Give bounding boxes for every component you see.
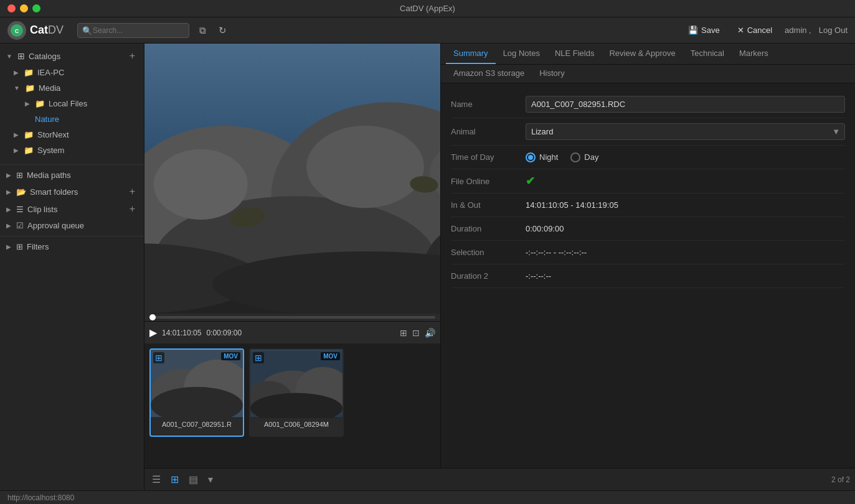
svg-text:C: C	[15, 28, 19, 34]
radio-day[interactable]: Day	[570, 152, 598, 162]
logo-text: CatDV	[30, 24, 64, 37]
add-smart-folder-button[interactable]: +	[127, 186, 138, 197]
sidebar: ▼ ⊞ Catalogs + ▶ 📁 IEA-PC ▼ 📁 Media ▶ 📁 …	[0, 44, 144, 490]
progress-thumb	[149, 314, 156, 320]
system-icon: 📁	[24, 146, 34, 155]
clip-2-label: A001_C006_08294M	[250, 418, 342, 431]
video-frame	[144, 44, 440, 314]
sidebar-item-media[interactable]: ▼ 📁 Media	[0, 80, 144, 96]
tab-technical[interactable]: Technical	[683, 44, 732, 64]
name-input[interactable]	[526, 96, 845, 113]
tab-markers[interactable]: Markers	[732, 44, 776, 64]
tab-log-notes[interactable]: Log Notes	[496, 44, 547, 64]
clip-1-label: A001_C007_082951.R	[151, 418, 243, 431]
play-button[interactable]: ▶	[149, 327, 157, 338]
local-files-icon: 📁	[35, 99, 45, 108]
sidebar-item-local-files[interactable]: ▶ 📁 Local Files	[0, 96, 144, 111]
thumbnail-view-button[interactable]: ⊞	[400, 328, 407, 338]
form-row-file-online: File Online ✔	[451, 169, 845, 194]
file-online-check: ✔	[526, 174, 535, 188]
animal-select[interactable]: Lizard Bird Fish Mammal	[526, 123, 845, 140]
clip-thumb-2[interactable]: ⊞ MOV A001_C006_08294M	[249, 348, 344, 437]
logo-area: C CatDV	[7, 21, 64, 40]
grid-view-button[interactable]: ⊡	[412, 328, 420, 338]
dropdown-button[interactable]: ▾	[205, 471, 215, 488]
clip-1-badge: MOV	[221, 352, 240, 360]
catalogs-section: ▼ ⊞ Catalogs + ▶ 📁 IEA-PC ▼ 📁 Media ▶ 📁 …	[0, 44, 144, 162]
refresh-button[interactable]: ↻	[216, 22, 229, 39]
equalizer-button[interactable]: ⧉	[197, 22, 209, 39]
clip-1-grid-icon: ⊞	[153, 352, 164, 363]
detail-panel: Summary Log Notes NLE Fields Review & Ap…	[441, 44, 855, 468]
sidebar-clip-lists[interactable]: ▶ ☰ Clip lists +	[0, 200, 144, 218]
stornext-icon: 📁	[24, 130, 34, 139]
clip-2-badge: MOV	[321, 352, 340, 360]
clip-thumb-1[interactable]: ⊞ MOV A001_C007_082951.R	[149, 348, 244, 437]
duration2-label: Duration 2	[451, 271, 526, 281]
window-title: CatDV (AppEx)	[400, 4, 455, 13]
cancel-button[interactable]: ✕ Cancel	[732, 23, 777, 37]
sidebar-filters[interactable]: ▶ ⊞ Filters	[0, 239, 144, 254]
radio-day-label: Day	[584, 152, 598, 162]
clip-2-grid-icon: ⊞	[253, 352, 264, 363]
close-button[interactable]	[7, 4, 16, 12]
video-panel: ▶ 14:01:10:05 0:00:09:00 ⊞ ⊡ 🔊	[144, 44, 441, 468]
radio-day-circle	[570, 152, 580, 162]
form-content: Name Animal Lizard Bird Fish Mammal	[441, 83, 855, 468]
tab-review-approve[interactable]: Review & Approve	[602, 44, 683, 64]
media-paths-icon: ⊞	[16, 170, 23, 180]
progress-bar[interactable]	[149, 316, 435, 319]
logout-button[interactable]: Log Out	[819, 26, 848, 35]
sidebar-media-paths[interactable]: ▶ ⊞ Media paths	[0, 167, 144, 183]
sidebar-catalogs[interactable]: ▼ ⊞ Catalogs +	[0, 47, 144, 65]
selection-value: -:--:--:-- - --:--:--:--	[526, 248, 845, 257]
file-online-label: File Online	[451, 177, 526, 186]
form-row-duration: Duration 0:00:09:00	[451, 217, 845, 241]
main-layout: ▼ ⊞ Catalogs + ▶ 📁 IEA-PC ▼ 📁 Media ▶ 📁 …	[0, 44, 855, 490]
search-input[interactable]	[77, 23, 189, 38]
time-of-day-label: Time of Day	[451, 152, 526, 162]
save-button[interactable]: 💾 Save	[683, 23, 725, 37]
top-toolbar: C CatDV 🔍 ⧉ ↻ 💾 Save ✕ Cancel admin , Lo…	[0, 17, 855, 44]
radio-night-label: Night	[539, 152, 558, 162]
sidebar-item-stornext[interactable]: ▶ 📁 StorNext	[0, 127, 144, 142]
volume-button[interactable]: 🔊	[425, 328, 435, 338]
video-controls: ▶ 14:01:10:05 0:00:09:00 ⊞ ⊡ 🔊	[144, 321, 440, 343]
list-view-button[interactable]: ☰	[149, 471, 163, 488]
traffic-lights	[7, 4, 40, 12]
content-area: ▶ 14:01:10:05 0:00:09:00 ⊞ ⊡ 🔊	[144, 44, 855, 490]
content-split: ▶ 14:01:10:05 0:00:09:00 ⊞ ⊡ 🔊	[144, 44, 855, 468]
progress-area	[144, 314, 440, 321]
page-count: 2 of 2	[831, 475, 850, 484]
secondary-tabs: Amazon S3 storage History	[441, 65, 855, 83]
tab-amazon-s3[interactable]: Amazon S3 storage	[446, 65, 532, 83]
animal-label: Animal	[451, 127, 526, 136]
time-of-day-radios: Night Day	[526, 152, 598, 162]
add-clip-list-button[interactable]: +	[127, 203, 138, 215]
status-url: http://localhost:8080	[7, 493, 74, 502]
sidebar-item-nature[interactable]: Nature	[0, 111, 144, 127]
cancel-icon: ✕	[737, 26, 744, 35]
sidebar-smart-folders[interactable]: ▶ 📂 Smart folders +	[0, 183, 144, 200]
sidebar-item-system[interactable]: ▶ 📁 System	[0, 142, 144, 158]
radio-night[interactable]: Night	[526, 152, 558, 162]
primary-tabs: Summary Log Notes NLE Fields Review & Ap…	[441, 44, 855, 65]
sidebar-approval-queue[interactable]: ▶ ☑ Approval queue	[0, 218, 144, 233]
add-catalog-button[interactable]: +	[127, 50, 138, 62]
tab-summary[interactable]: Summary	[446, 44, 496, 64]
sidebar-item-iea-pc[interactable]: ▶ 📁 IEA-PC	[0, 65, 144, 80]
tab-nle-fields[interactable]: NLE Fields	[547, 44, 602, 64]
form-row-in-out: In & Out 14:01:10:05 - 14:01:19:05	[451, 194, 845, 217]
grid-view-button-bottom[interactable]: ⊞	[168, 471, 181, 488]
maximize-button[interactable]	[32, 4, 40, 12]
duration-display: 0:00:09:00	[206, 329, 242, 337]
filmstrip-view-button[interactable]: ▤	[186, 471, 201, 488]
title-bar: CatDV (AppEx)	[0, 0, 855, 17]
catalogs-icon: ⊞	[17, 51, 25, 61]
save-icon: 💾	[688, 26, 698, 35]
tab-history[interactable]: History	[532, 65, 572, 83]
filters-icon: ⊞	[16, 242, 23, 251]
sidebar-divider-2	[0, 236, 144, 236]
minimize-button[interactable]	[20, 4, 28, 12]
form-row-duration2: Duration 2 -:--:--:--	[451, 264, 845, 288]
